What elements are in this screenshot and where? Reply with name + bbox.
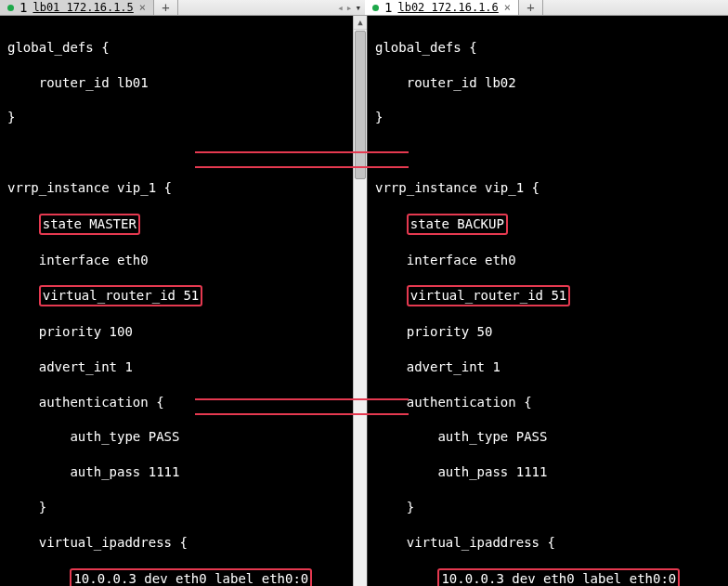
code-line: auth_pass 1111 bbox=[375, 463, 721, 481]
tab-bar: 1 lb01 172.16.1.5 × + ◂ ▸ ▾ 1 lb02 172.1… bbox=[0, 0, 728, 16]
tab-left[interactable]: 1 lb01 172.16.1.5 × bbox=[0, 0, 154, 15]
code-line: interface eth0 bbox=[375, 252, 721, 269]
code-line: virtual_ipaddress { bbox=[7, 534, 345, 552]
code-line: authentication { bbox=[7, 394, 345, 411]
diff-highlight: 10.0.0.3 dev eth0 label eth0:0 bbox=[437, 568, 680, 586]
modified-dot-icon bbox=[372, 5, 379, 11]
code-line: global_defs { bbox=[7, 39, 345, 57]
blank-line bbox=[375, 144, 721, 162]
modified-dot-icon bbox=[7, 5, 14, 11]
diff-highlight: state BACKUP bbox=[407, 214, 508, 235]
code-line: } bbox=[7, 499, 345, 516]
diff-highlight: 10.0.0.3 dev eth0 label eth0:0 bbox=[70, 568, 312, 586]
code-line: priority 100 bbox=[7, 323, 345, 341]
close-icon[interactable]: × bbox=[504, 1, 511, 14]
code-line: auth_pass 1111 bbox=[7, 463, 345, 481]
code-line: authentication { bbox=[375, 394, 721, 411]
code-line: auth_type PASS bbox=[7, 428, 345, 446]
code-line: advert_int 1 bbox=[375, 358, 721, 376]
diff-window: 1 lb01 172.16.1.5 × + ◂ ▸ ▾ 1 lb02 172.1… bbox=[0, 0, 728, 586]
code-line: } bbox=[7, 109, 345, 126]
editor-panes: global_defs { router_id lb01 } vrrp_inst… bbox=[0, 16, 728, 586]
tab-number: 1 bbox=[384, 0, 392, 15]
code-line: } bbox=[375, 499, 721, 516]
new-tab-button-left[interactable]: + bbox=[154, 0, 178, 15]
diff-highlight: state MASTER bbox=[39, 214, 140, 235]
code-line: virtual_ipaddress { bbox=[375, 534, 721, 552]
blank-line bbox=[7, 144, 345, 162]
code-line: vrrp_instance vip_1 { bbox=[7, 179, 345, 197]
dropdown-icon[interactable]: ▾ bbox=[355, 2, 361, 14]
code-line: vrrp_instance vip_1 { bbox=[375, 179, 721, 197]
code-line: virtual_router_id 51 bbox=[7, 286, 345, 306]
tab-title: lb01 172.16.1.5 bbox=[32, 1, 133, 14]
new-tab-button-right[interactable]: + bbox=[519, 0, 543, 15]
tab-number: 1 bbox=[20, 0, 27, 15]
scroll-up-icon[interactable]: ▲ bbox=[354, 16, 367, 30]
code-line: virtual_router_id 51 bbox=[375, 286, 721, 306]
diff-highlight: virtual_router_id 51 bbox=[39, 285, 203, 306]
code-line: 10.0.0.3 dev eth0 label eth0:0 bbox=[375, 569, 721, 586]
code-line: state MASTER bbox=[7, 215, 345, 234]
code-line: state BACKUP bbox=[375, 215, 721, 234]
editor-pane-right[interactable]: global_defs { router_id lb02 } vrrp_inst… bbox=[367, 16, 728, 586]
code-line: router_id lb01 bbox=[7, 74, 345, 92]
code-line: } bbox=[375, 109, 721, 126]
arrow-left-icon[interactable]: ◂ bbox=[337, 2, 344, 14]
tab-group-right: 1 lb02 172.16.1.6 × + bbox=[365, 0, 728, 15]
tab-right[interactable]: 1 lb02 172.16.1.6 × bbox=[365, 0, 519, 15]
scrollbar-thumb[interactable] bbox=[355, 31, 366, 179]
code-line: global_defs { bbox=[375, 39, 721, 57]
tab-scroll-arrows: ◂ ▸ ▾ bbox=[333, 0, 365, 15]
editor-pane-left[interactable]: global_defs { router_id lb01 } vrrp_inst… bbox=[0, 16, 353, 586]
code-line: advert_int 1 bbox=[7, 358, 345, 376]
vertical-scrollbar[interactable]: ▲ ▼ bbox=[353, 16, 367, 586]
code-line: priority 50 bbox=[375, 323, 721, 341]
code-line: interface eth0 bbox=[7, 252, 345, 269]
code-line: auth_type PASS bbox=[375, 428, 721, 446]
code-line: router_id lb02 bbox=[375, 74, 721, 92]
code-line: 10.0.0.3 dev eth0 label eth0:0 bbox=[7, 569, 345, 586]
arrow-right-icon[interactable]: ▸ bbox=[346, 2, 353, 14]
diff-highlight: virtual_router_id 51 bbox=[407, 285, 571, 306]
tab-title: lb02 172.16.1.6 bbox=[397, 1, 498, 14]
tab-group-left: 1 lb01 172.16.1.5 × + ◂ ▸ ▾ bbox=[0, 0, 365, 15]
close-icon[interactable]: × bbox=[139, 1, 146, 14]
